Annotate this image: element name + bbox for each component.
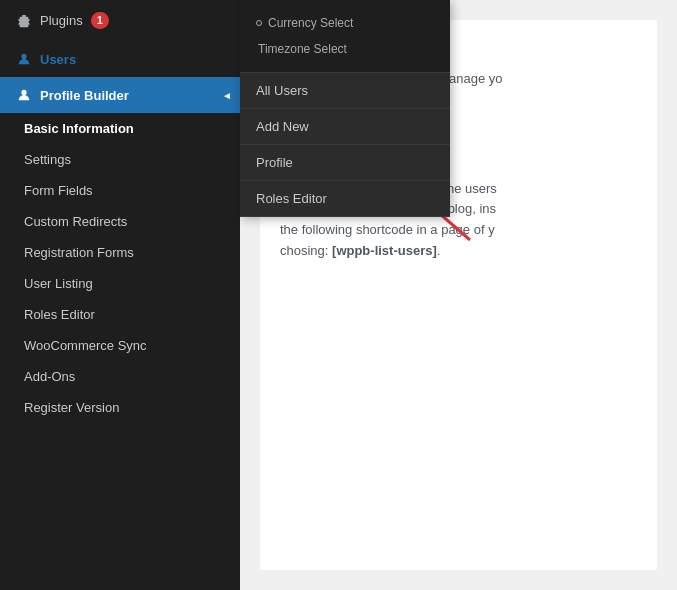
user-icon — [16, 51, 32, 67]
sidebar-menu-registration-forms[interactable]: Registration Forms — [0, 237, 240, 268]
dropdown-all-users[interactable]: All Users — [240, 73, 450, 109]
dropdown-top-section: Currency Select Timezone Select — [240, 0, 450, 73]
dropdown-add-new[interactable]: Add New — [240, 109, 450, 145]
sidebar: Plugins 1 Users Profile Builder Basic In… — [0, 0, 240, 590]
profile-builder-label: Profile Builder — [40, 88, 129, 103]
sidebar-menu-settings[interactable]: Settings — [0, 144, 240, 175]
sidebar-menu-woocommerce-sync[interactable]: WooCommerce Sync — [0, 330, 240, 361]
plugins-icon — [16, 13, 32, 29]
sidebar-menu-basic-information[interactable]: Basic Information — [0, 113, 240, 144]
plugins-badge: 1 — [91, 12, 109, 29]
sidebar-menu-user-listing[interactable]: User Listing — [0, 268, 240, 299]
sidebar-menu-add-ons[interactable]: Add-Ons — [0, 361, 240, 392]
users-label: Users — [40, 52, 76, 67]
sidebar-item-profile-builder[interactable]: Profile Builder — [0, 77, 240, 113]
sidebar-menu: Basic Information Settings Form Fields C… — [0, 113, 240, 423]
sidebar-item-plugins[interactable]: Plugins 1 — [0, 0, 240, 41]
sidebar-menu-register-version[interactable]: Register Version — [0, 392, 240, 423]
users-dropdown-menu: Currency Select Timezone Select All User… — [240, 0, 450, 217]
dot-icon — [256, 20, 262, 26]
sidebar-item-users[interactable]: Users — [0, 41, 240, 77]
plugins-label: Plugins — [40, 13, 83, 28]
sidebar-menu-roles-editor[interactable]: Roles Editor — [0, 299, 240, 330]
svg-point-0 — [21, 54, 26, 59]
profile-builder-icon — [16, 87, 32, 103]
dropdown-currency-select[interactable]: Currency Select — [256, 10, 434, 36]
dropdown-timezone-select[interactable]: Timezone Select — [256, 36, 434, 62]
sidebar-menu-form-fields[interactable]: Form Fields — [0, 175, 240, 206]
dropdown-profile[interactable]: Profile — [240, 145, 450, 181]
sidebar-menu-custom-redirects[interactable]: Custom Redirects — [0, 206, 240, 237]
user-listing-shortcode: [wppb-list-users] — [332, 243, 437, 258]
svg-point-1 — [21, 90, 26, 95]
dropdown-roles-editor[interactable]: Roles Editor — [240, 181, 450, 217]
